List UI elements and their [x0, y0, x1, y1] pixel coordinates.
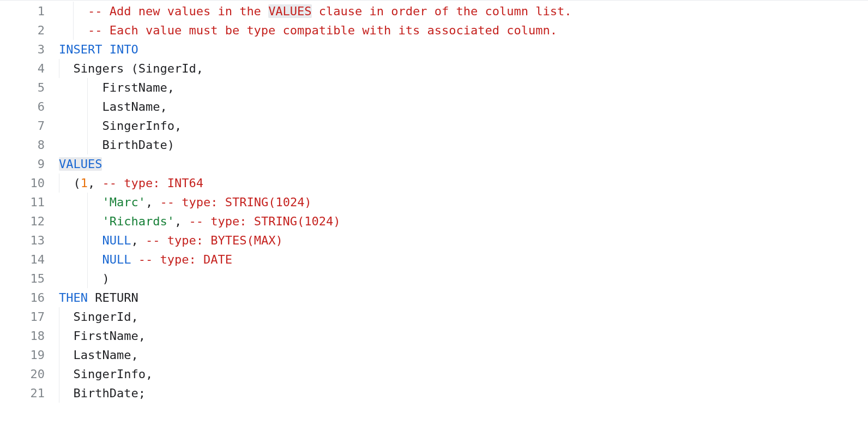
code-line[interactable]: FirstName, [55, 326, 868, 345]
line-number: 12 [0, 212, 45, 231]
indent [59, 367, 74, 381]
code-token: SingerInfo, [74, 367, 153, 381]
code-line[interactable]: BirthDate; [55, 384, 868, 403]
code-token: -- type: INT64 [103, 176, 203, 190]
code-line[interactable]: NULL, -- type: BYTES(MAX) [55, 231, 868, 250]
code-line[interactable]: -- Add new values in the VALUES clause i… [55, 2, 868, 21]
line-number: 19 [0, 345, 45, 365]
line-number: 4 [0, 59, 45, 78]
code-line[interactable]: FirstName, [55, 78, 868, 97]
line-number: 9 [0, 154, 45, 174]
indent [59, 214, 102, 228]
code-token: SingerId, [74, 310, 138, 324]
line-number: 18 [0, 326, 45, 345]
code-token: NULL [102, 253, 131, 266]
line-number: 10 [0, 174, 45, 193]
indent [59, 138, 102, 152]
line-number: 7 [0, 116, 45, 135]
line-number: 3 [0, 40, 45, 59]
indent [59, 234, 102, 247]
indent [59, 386, 74, 400]
code-token: FirstName, [74, 329, 146, 343]
code-token: VALUES [59, 157, 102, 171]
code-token: ) [102, 272, 109, 285]
code-token: NULL [102, 234, 131, 247]
line-number: 6 [0, 97, 45, 116]
code-token: VALUES [268, 4, 311, 18]
code-line[interactable]: BirthDate) [55, 135, 868, 154]
code-area[interactable]: -- Add new values in the VALUES clause i… [55, 2, 868, 442]
indent [59, 272, 102, 285]
code-line[interactable]: (1, -- type: INT64 [55, 174, 868, 193]
code-line[interactable]: INSERT INTO [55, 40, 868, 59]
code-line[interactable]: VALUES [55, 154, 868, 174]
code-token: -- type: STRING(1024) [189, 214, 340, 228]
code-token: -- Each value must be type compatible wi… [88, 23, 557, 37]
code-line[interactable]: SingerInfo, [55, 116, 868, 135]
line-number: 5 [0, 78, 45, 97]
indent [59, 100, 102, 114]
indent [59, 310, 74, 324]
code-token: 'Richards' [102, 214, 174, 228]
line-number: 8 [0, 135, 45, 154]
code-token: , [146, 195, 160, 209]
code-token: -- type: STRING(1024) [160, 195, 311, 209]
line-number: 16 [0, 288, 45, 307]
code-line[interactable]: LastName, [55, 345, 868, 365]
code-line[interactable]: 'Marc', -- type: STRING(1024) [55, 193, 868, 212]
code-line[interactable]: ) [55, 269, 868, 288]
indent [59, 4, 88, 18]
code-line[interactable]: NULL -- type: DATE [55, 250, 868, 269]
indent [59, 81, 102, 94]
code-line[interactable]: SingerInfo, [55, 365, 868, 384]
line-number: 15 [0, 269, 45, 288]
code-editor[interactable]: 123456789101112131415161718192021 -- Add… [0, 0, 868, 442]
code-token: THEN [59, 291, 88, 304]
code-token: -- type: BYTES(MAX) [146, 234, 283, 247]
indent [59, 23, 88, 37]
code-token: INSERT INTO [59, 43, 138, 56]
code-token: , [131, 234, 146, 247]
code-token: -- type: DATE [138, 253, 232, 266]
line-number: 14 [0, 250, 45, 269]
line-number: 2 [0, 21, 45, 40]
code-token: , [88, 176, 103, 190]
indent [59, 348, 74, 362]
code-token: -- Add new values in the [88, 4, 268, 18]
line-number: 1 [0, 2, 45, 21]
code-token: LastName, [74, 348, 138, 362]
code-line[interactable]: THEN RETURN [55, 288, 868, 307]
code-line[interactable]: 'Richards', -- type: STRING(1024) [55, 212, 868, 231]
indent [59, 119, 102, 133]
code-line[interactable]: SingerId, [55, 307, 868, 326]
code-token: Singers (SingerId, [74, 62, 203, 75]
code-line[interactable]: Singers (SingerId, [55, 59, 868, 78]
code-token: SingerInfo, [102, 119, 182, 133]
line-number: 20 [0, 365, 45, 384]
code-token: RETURN [88, 291, 138, 304]
indent [59, 62, 74, 75]
code-token: clause in order of the column list. [312, 4, 572, 18]
line-number: 13 [0, 231, 45, 250]
code-token: 1 [81, 176, 88, 190]
indent [59, 329, 74, 343]
indent [59, 253, 102, 266]
code-token: BirthDate; [74, 386, 146, 400]
code-token: ( [74, 176, 81, 190]
code-token: BirthDate) [102, 138, 174, 152]
line-number: 11 [0, 193, 45, 212]
code-token: FirstName, [102, 81, 174, 94]
code-token [131, 253, 138, 266]
line-number: 17 [0, 307, 45, 326]
code-token: , [174, 214, 189, 228]
indent [59, 195, 102, 209]
code-line[interactable]: -- Each value must be type compatible wi… [55, 21, 868, 40]
indent [59, 176, 74, 190]
code-token: LastName, [102, 100, 167, 114]
code-line[interactable]: LastName, [55, 97, 868, 116]
code-token: 'Marc' [102, 195, 145, 209]
line-number-gutter: 123456789101112131415161718192021 [0, 2, 55, 442]
line-number: 21 [0, 384, 45, 403]
